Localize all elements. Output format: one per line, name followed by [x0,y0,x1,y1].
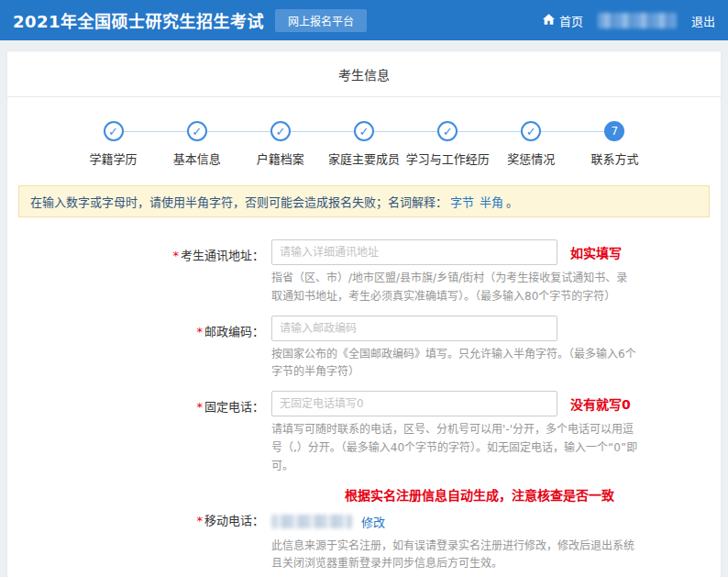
contact-info-form: *考生通讯地址： 如实填写 指省（区、市）/地市区盟/县市旗/乡镇/街村（为考生… [7,239,721,577]
step-education-history: ✓ 学籍学历 [72,121,155,167]
address-help: 指省（区、市）/地市区盟/县市旗/乡镇/街村（为考生接收复试通知书、录取通知书地… [271,270,638,306]
step-label: 基本信息 [173,150,221,167]
mobile-edit-link[interactable]: 修改 [361,513,385,530]
step-label: 学籍学历 [90,150,138,167]
app-header: 2021年全国硕士研究生招生考试 网上报名平台 首页 退出 [0,0,728,40]
step-check-icon: ✓ [437,121,458,141]
postcode-help: 按国家公布的《全国邮政编码》填写。只允许输入半角字符。（最多输入6个字节的半角字… [271,346,638,383]
address-label: *考生通讯地址： [7,239,271,306]
postcode-field: *邮政编码： 按国家公布的《全国邮政编码》填写。只允许输入半角字符。（最多输入6… [7,316,721,383]
step-check-icon: ✓ [354,121,374,141]
landline-input[interactable] [271,391,557,416]
step-study-work-experience: ✓ 学习与工作经历 [406,121,490,167]
step-check-icon: ✓ [104,121,124,141]
notice-text: 在输入数字或字母时，请使用半角字符，否则可能会造成报名失败；名词解释： [30,195,447,209]
step-number-badge: 7 [604,121,624,141]
mobile-label: *移动电话： [7,511,271,574]
step-label: 奖惩情况 [507,150,555,167]
progress-stepper: ✓ 学籍学历 ✓ 基本信息 ✓ 户籍档案 ✓ 家庭主要成员 ✓ 学习与工作经历 … [7,97,721,185]
step-family-members: ✓ 家庭主要成员 [322,121,405,167]
required-asterisk: * [196,400,203,414]
postcode-label: *邮政编码： [7,316,271,383]
platform-badge: 网上报名平台 [275,9,367,32]
mobile-help: 此信息来源于实名注册，如有误请登录实名注册进行修改，修改后退出系统且关闭浏览器重… [271,538,638,574]
halfwidth-definition-link[interactable]: 半角 [480,195,503,209]
nav-home-label: 首页 [559,12,583,29]
header-nav: 首页 退出 [543,12,715,29]
required-asterisk: * [172,249,179,262]
step-label: 户籍档案 [257,150,304,167]
landline-annotation: 没有就写0 [570,394,631,413]
step-basic-info: ✓ 基本信息 [155,121,238,167]
notice-period: 。 [506,195,518,209]
logout-button[interactable]: 退出 [691,12,715,29]
step-check-icon: ✓ [187,121,207,141]
landline-label: *固定电话： [7,391,271,475]
step-label: 联系方式 [590,150,638,167]
address-input[interactable] [271,239,557,265]
app-title: 2021年全国硕士研究生招生考试 [13,8,264,32]
step-household-registration: ✓ 户籍档案 [238,121,322,167]
mobile-field: *移动电话： 修改 此信息来源于实名注册，如有误请登录实名注册进行修改，修改后退… [7,511,721,574]
step-contact-info-active: 7 联系方式 [573,121,656,167]
step-label: 学习与工作经历 [406,150,490,167]
page-title: 考生信息 [7,51,721,97]
username-redacted [598,13,677,28]
landline-field: *固定电话： 没有就写0 请填写可随时联系的电话，区号、分机号可以用'-'分开，… [7,391,721,475]
nav-home-link[interactable]: 首页 [543,12,583,29]
required-asterisk: * [196,325,203,338]
home-icon [543,14,555,28]
landline-help: 请填写可随时联系的电话，区号、分机号可以用'-'分开，多个电话可以用逗号（,）分… [271,421,638,475]
mobile-auto-generated-note: 根据实名注册信息自动生成，注意核查是否一致 [7,485,721,504]
required-asterisk: * [196,514,203,527]
step-rewards-punishments: ✓ 奖惩情况 [490,121,573,167]
postcode-input[interactable] [271,316,557,341]
byte-definition-link[interactable]: 字节 [450,195,474,209]
address-annotation: 如实填写 [570,243,622,261]
step-label: 家庭主要成员 [328,150,400,167]
mobile-value-redacted [271,515,352,528]
address-field: *考生通讯地址： 如实填写 指省（区、市）/地市区盟/县市旗/乡镇/街村（为考生… [7,239,721,306]
content-card: 考生信息 ✓ 学籍学历 ✓ 基本信息 ✓ 户籍档案 ✓ 家庭主要成员 ✓ 学习与… [7,51,721,577]
step-check-icon: ✓ [270,121,291,141]
step-check-icon: ✓ [521,121,541,141]
notice-bar: 在输入数字或字母时，请使用半角字符，否则可能会造成报名失败；名词解释：字节半角。 [18,185,710,217]
